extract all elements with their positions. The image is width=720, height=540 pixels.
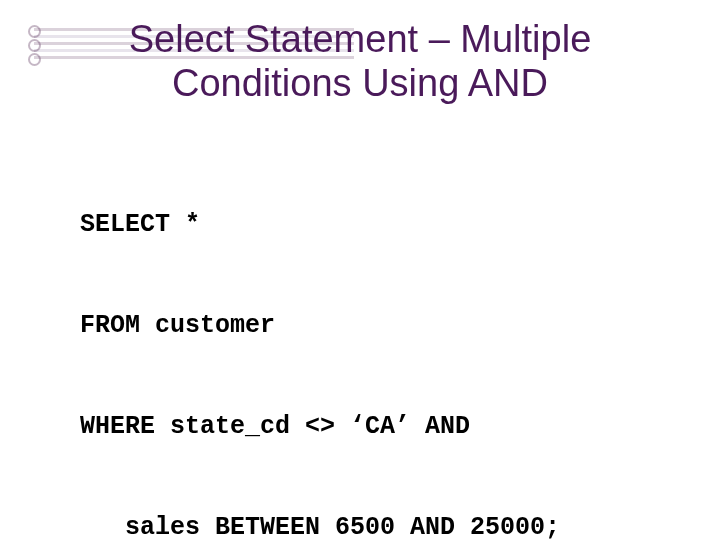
slide: Select Statement – Multiple Conditions U…: [0, 0, 720, 540]
code-line: SELECT *: [80, 208, 680, 242]
code-line: sales BETWEEN 6500 AND 25000;: [80, 511, 680, 540]
code-line: WHERE state_cd <> ‘CA’ AND: [80, 410, 680, 444]
code-line: FROM customer: [80, 309, 680, 343]
title-line-2: Conditions Using AND: [0, 62, 720, 106]
slide-body: SELECT * FROM customer WHERE state_cd <>…: [80, 140, 680, 540]
slide-title: Select Statement – Multiple Conditions U…: [0, 18, 720, 105]
title-line-1: Select Statement – Multiple: [0, 18, 720, 62]
